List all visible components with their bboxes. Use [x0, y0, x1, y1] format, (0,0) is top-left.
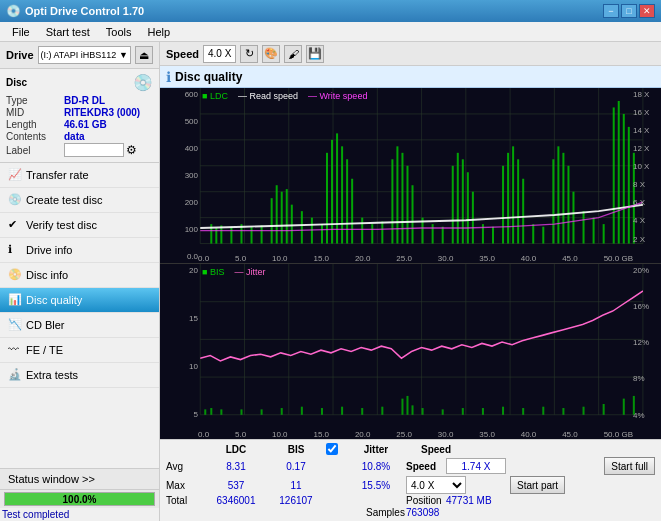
jitter-checkbox[interactable] — [326, 443, 338, 455]
speed-dropdown[interactable]: 4.0 X — [406, 476, 466, 494]
nav-transfer-rate[interactable]: 📈 Transfer rate — [0, 163, 159, 188]
label-edit-icon[interactable]: ⚙ — [126, 143, 137, 157]
svg-rect-72 — [613, 107, 615, 243]
label-key: Label — [6, 145, 64, 156]
stats-total-row: Total 6346001 126107 Position 47731 MB — [166, 495, 655, 506]
progress-text: 100.0% — [5, 493, 154, 505]
svg-rect-46 — [412, 185, 414, 243]
avg-bis: 0.17 — [266, 461, 326, 472]
maximize-button[interactable]: □ — [621, 4, 637, 18]
svg-rect-98 — [281, 408, 283, 415]
nav-fe-te[interactable]: 〰 FE / TE — [0, 338, 159, 363]
nav-extra-tests[interactable]: 🔬 Extra tests — [0, 363, 159, 388]
drive-label: Drive — [6, 49, 34, 61]
svg-rect-108 — [442, 409, 444, 414]
disc-quality-header-icon: ℹ — [166, 69, 171, 85]
svg-rect-24 — [261, 225, 263, 243]
chart2-x-axis: 0.0 5.0 10.0 15.0 20.0 25.0 30.0 35.0 40… — [198, 430, 633, 439]
menu-start-test[interactable]: Start test — [38, 24, 98, 40]
minimize-button[interactable]: − — [603, 4, 619, 18]
drive-selector[interactable]: (I:) ATAPI iHBS112 2 PL06 ▼ — [38, 46, 131, 64]
svg-rect-32 — [321, 224, 323, 243]
length-key: Length — [6, 119, 64, 130]
svg-rect-71 — [603, 224, 605, 243]
drive-dropdown-arrow: ▼ — [119, 50, 128, 60]
chart1-x-axis: 0.0 5.0 10.0 15.0 20.0 25.0 30.0 35.0 40… — [198, 254, 633, 263]
nav-create-test-disc-label: Create test disc — [26, 194, 102, 206]
nav-disc-info[interactable]: 📀 Disc info — [0, 263, 159, 288]
svg-rect-28 — [286, 189, 288, 243]
position-value: 47731 MB — [446, 495, 516, 506]
stats-header-row: LDC BIS Jitter Speed — [166, 443, 655, 455]
svg-rect-63 — [542, 227, 544, 244]
save-button[interactable]: 💾 — [306, 45, 324, 63]
status-window-button[interactable]: Status window >> — [0, 469, 159, 490]
svg-rect-68 — [572, 192, 574, 244]
refresh-button[interactable]: ↻ — [240, 45, 258, 63]
nav-verify-test-disc[interactable]: ✔ Verify test disc — [0, 213, 159, 238]
read-speed-legend: — Read speed — [238, 91, 298, 101]
svg-rect-93 — [204, 409, 206, 414]
nav-create-test-disc[interactable]: 💿 Create test disc — [0, 188, 159, 213]
svg-rect-52 — [462, 159, 464, 243]
label-input[interactable] — [64, 143, 124, 157]
chart2: ■ BIS — Jitter 20 15 10 5 20% 16% 12% 8%… — [160, 264, 661, 439]
jitter-checkbox-container — [326, 443, 346, 455]
color-button-2[interactable]: 🖌 — [284, 45, 302, 63]
nav-disc-quality[interactable]: 📊 Disc quality — [0, 288, 159, 313]
color-button-1[interactable]: 🎨 — [262, 45, 280, 63]
app-icon: 💿 — [6, 4, 21, 18]
total-ldc: 6346001 — [206, 495, 266, 506]
svg-rect-102 — [361, 408, 363, 415]
nav-cd-bler[interactable]: 📉 CD Bler — [0, 313, 159, 338]
menu-file[interactable]: File — [4, 24, 38, 40]
write-speed-legend: — Write speed — [308, 91, 367, 101]
chart2-legend: ■ BIS — Jitter — [202, 267, 265, 277]
svg-rect-50 — [452, 166, 454, 244]
start-full-button[interactable]: Start full — [604, 457, 655, 475]
svg-rect-110 — [482, 408, 484, 415]
svg-rect-42 — [391, 159, 393, 243]
chart1-y-axis-left: 600 500 400 300 200 100 0.0 — [160, 88, 198, 263]
svg-rect-53 — [467, 172, 469, 243]
menu-help[interactable]: Help — [139, 24, 178, 40]
drive-value: (I:) ATAPI iHBS112 2 PL06 — [41, 50, 120, 60]
stats-panel: LDC BIS Jitter Speed Avg 8.31 0.17 10.8%… — [160, 439, 661, 521]
eject-button[interactable]: ⏏ — [135, 46, 153, 64]
drive-info-icon: ℹ — [8, 243, 22, 257]
samples-label: Samples — [366, 507, 406, 518]
nav-drive-info[interactable]: ℹ Drive info — [0, 238, 159, 263]
nav-cd-bler-label: CD Bler — [26, 319, 65, 331]
svg-rect-58 — [507, 153, 509, 244]
svg-rect-44 — [401, 153, 403, 244]
svg-rect-100 — [321, 408, 323, 415]
max-label: Max — [166, 480, 206, 491]
transfer-rate-icon: 📈 — [8, 168, 22, 182]
svg-rect-54 — [472, 192, 474, 244]
nav-disc-quality-label: Disc quality — [26, 294, 82, 306]
chart1-legend: ■ LDC — Read speed — Write speed — [202, 91, 367, 101]
close-button[interactable]: ✕ — [639, 4, 655, 18]
avg-speed: 1.74 X — [446, 458, 506, 474]
svg-rect-40 — [371, 224, 373, 243]
svg-rect-109 — [462, 408, 464, 415]
verify-disc-icon: ✔ — [8, 218, 22, 232]
speed-bar-label: Speed — [166, 48, 199, 60]
start-part-button[interactable]: Start part — [510, 476, 565, 494]
menubar: File Start test Tools Help — [0, 22, 661, 42]
ldc-legend: ■ LDC — [202, 91, 228, 101]
chart2-svg — [160, 264, 661, 439]
menu-tools[interactable]: Tools — [98, 24, 140, 40]
svg-rect-106 — [412, 405, 414, 414]
svg-rect-74 — [623, 114, 625, 244]
svg-rect-60 — [517, 159, 519, 243]
chart1-svg — [160, 88, 661, 263]
svg-rect-21 — [230, 227, 232, 244]
main-container: Drive (I:) ATAPI iHBS112 2 PL06 ▼ ⏏ Disc… — [0, 42, 661, 521]
svg-rect-41 — [381, 222, 383, 244]
contents-key: Contents — [6, 131, 64, 142]
svg-rect-37 — [346, 159, 348, 243]
status-window-label: Status window >> — [8, 473, 95, 485]
contents-value: data — [64, 131, 85, 142]
svg-rect-103 — [381, 407, 383, 415]
